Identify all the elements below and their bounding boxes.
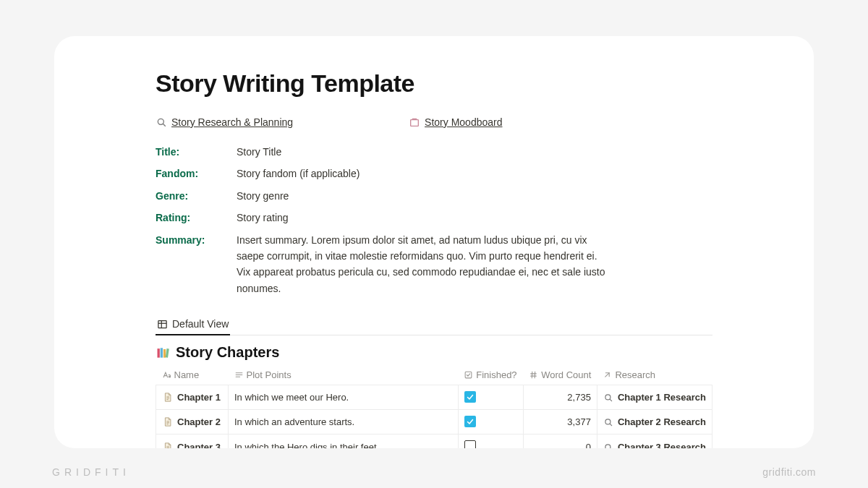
cell-wordcount[interactable]: 3,377	[523, 410, 597, 435]
finished-checkbox[interactable]	[464, 391, 476, 403]
research-link: Chapter 2 Research	[618, 416, 706, 427]
link-story-research[interactable]: Story Research & Planning	[156, 116, 293, 128]
svg-rect-7	[161, 348, 163, 357]
col-label: Word Count	[541, 369, 591, 380]
meta-label: Title:	[156, 144, 237, 160]
page-content: Story Writing Template Story Research & …	[156, 69, 712, 448]
svg-rect-3	[158, 320, 166, 328]
checkbox-icon	[464, 370, 473, 380]
cell-plot[interactable]: In which we meet our Hero.	[229, 385, 459, 410]
col-label: Plot Points	[247, 369, 292, 380]
page-icon	[162, 416, 173, 427]
cell-plot[interactable]: In which an adventure starts.	[229, 410, 459, 435]
chapter-name: Chapter 3	[177, 442, 221, 448]
hash-icon	[529, 370, 538, 380]
research-link: Chapter 3 Research	[618, 442, 706, 448]
col-label: Research	[615, 369, 655, 380]
chapter-name: Chapter 2	[177, 416, 221, 427]
brand-url: gridfiti.com	[762, 466, 816, 478]
col-label: Name	[174, 369, 200, 380]
svg-line-1	[163, 124, 165, 126]
magnifier-icon	[603, 417, 613, 427]
chapters-table: Name Plot Points	[156, 365, 712, 448]
tab-label: Default View	[172, 318, 229, 330]
page-card: Story Writing Template Story Research & …	[54, 36, 814, 448]
meta-label: Genre:	[156, 188, 237, 204]
cell-finished	[458, 435, 523, 448]
table-row: Chapter 2In which an adventure starts.3,…	[156, 410, 712, 435]
meta-label: Summary:	[156, 232, 237, 297]
page-icon	[162, 442, 173, 448]
books-icon	[156, 346, 170, 360]
svg-line-18	[535, 372, 535, 378]
cell-name[interactable]: Chapter 2	[156, 410, 229, 435]
meta-value[interactable]: Insert summary. Lorem ipsum dolor sit am…	[237, 232, 613, 297]
research-link: Chapter 1 Research	[618, 392, 706, 403]
svg-line-17	[532, 372, 533, 378]
svg-line-29	[610, 424, 612, 426]
magnifier-icon	[156, 116, 167, 128]
svg-rect-2	[411, 120, 419, 127]
meta-label: Rating:	[156, 210, 237, 226]
cell-research[interactable]: Chapter 2 Research	[597, 410, 712, 435]
tab-default-view[interactable]: Default View	[156, 318, 230, 335]
text-type-icon	[162, 370, 171, 380]
col-header-wordcount[interactable]: Word Count	[523, 365, 597, 385]
arrow-up-right-icon	[603, 370, 612, 380]
cell-plot[interactable]: In which the Hero digs in their feet.	[229, 435, 459, 448]
cell-research[interactable]: Chapter 3 Research	[597, 435, 712, 448]
finished-checkbox[interactable]	[464, 416, 476, 427]
col-header-research[interactable]: Research	[597, 365, 712, 385]
meta-value[interactable]: Story rating	[237, 210, 289, 226]
table-icon	[157, 319, 168, 330]
cell-research[interactable]: Chapter 1 Research	[597, 385, 712, 410]
lines-icon	[234, 370, 244, 380]
link-story-moodboard[interactable]: Story Moodboard	[409, 116, 502, 128]
svg-point-33	[605, 445, 610, 448]
link-label: Story Research & Planning	[171, 116, 293, 128]
cell-wordcount[interactable]: 2,735	[523, 385, 597, 410]
svg-line-19	[605, 373, 609, 377]
database-title: Story Chapters	[176, 344, 279, 361]
svg-rect-8	[163, 349, 166, 358]
cell-name[interactable]: Chapter 3	[156, 435, 229, 448]
svg-rect-9	[166, 348, 169, 358]
link-label: Story Moodboard	[425, 116, 502, 128]
table-header-row: Name Plot Points	[156, 365, 712, 385]
cell-finished	[458, 385, 523, 410]
svg-rect-14	[465, 372, 472, 378]
meta-row-summary: Summary: Insert summary. Lorem ipsum dol…	[156, 232, 712, 297]
quick-links-row: Story Research & Planning Story Moodboar…	[156, 116, 712, 128]
col-label: Finished?	[476, 369, 516, 380]
meta-row-genre: Genre: Story genre	[156, 188, 712, 204]
meta-value[interactable]: Story Title	[237, 144, 281, 160]
magnifier-icon	[603, 442, 613, 448]
magnifier-icon	[603, 393, 613, 403]
table-row: Chapter 3In which the Hero digs in their…	[156, 435, 712, 448]
meta-row-rating: Rating: Story rating	[156, 210, 712, 226]
page-title: Story Writing Template	[156, 69, 712, 98]
table-row: Chapter 1In which we meet our Hero.2,735…	[156, 385, 712, 410]
meta-row-title: Title: Story Title	[156, 144, 712, 160]
database-title-row: Story Chapters	[156, 344, 712, 361]
meta-row-fandom: Fandom: Story fandom (if applicable)	[156, 166, 712, 181]
meta-label: Fandom:	[156, 166, 237, 181]
chapter-name: Chapter 1	[177, 392, 221, 403]
cell-name[interactable]: Chapter 1	[156, 385, 229, 410]
brand-watermark: GRIDFITI	[52, 466, 130, 478]
cell-wordcount[interactable]: 0	[523, 435, 597, 448]
svg-line-24	[610, 399, 612, 401]
col-header-finished[interactable]: Finished?	[458, 365, 523, 385]
page-icon	[162, 392, 173, 403]
meta-block: Title: Story Title Fandom: Story fandom …	[156, 144, 712, 296]
meta-value[interactable]: Story fandom (if applicable)	[237, 166, 359, 181]
svg-rect-6	[158, 348, 160, 358]
view-tabs: Default View	[156, 318, 712, 335]
meta-value[interactable]: Story genre	[237, 188, 289, 204]
cell-finished	[458, 410, 523, 435]
col-header-plot[interactable]: Plot Points	[229, 365, 459, 385]
finished-checkbox[interactable]	[464, 440, 476, 448]
col-header-name[interactable]: Name	[156, 365, 229, 385]
moodboard-icon	[409, 116, 420, 128]
